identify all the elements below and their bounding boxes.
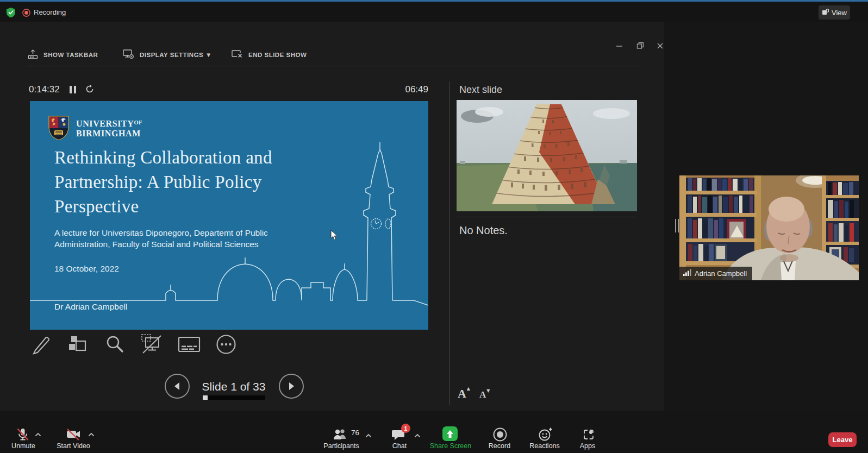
apps-icon[interactable] [582,427,596,443]
reactions-icon[interactable] [538,427,553,444]
university-crest-icon [48,115,70,141]
apps-label[interactable]: Apps [570,442,605,450]
toolbar-separator [27,66,638,66]
participant-name: Adrian Campbell [695,269,747,278]
current-slide[interactable]: UNIVERSITYOF BIRMINGHAM Rethinking Colla… [30,101,428,330]
show-taskbar-button[interactable]: SHOW TASKBAR [27,48,98,62]
muted-microphone-icon[interactable] [15,427,30,444]
reactions-label[interactable]: Reactions [521,442,569,450]
university-wordmark: UNIVERSITYOF BIRMINGHAM [76,118,142,139]
view-button[interactable]: View [819,5,850,20]
unmute-label[interactable]: Unmute [7,442,40,450]
webcam-frame [679,175,859,280]
panel-divider [449,81,449,405]
start-video-icon[interactable] [65,427,82,443]
caret-down-icon: ▼ [486,388,490,393]
taskbar-icon [27,48,39,61]
progress-knob [203,395,208,400]
share-screen-label[interactable]: Share Screen [426,442,476,450]
mouse-cursor [330,230,338,243]
leave-button[interactable]: Leave [828,432,857,447]
restore-button[interactable] [632,38,649,53]
previous-slide-button[interactable] [165,374,190,399]
minimize-button[interactable] [610,38,628,53]
view-icon [822,9,829,17]
video-resize-handle[interactable] [675,219,679,232]
record-icon[interactable] [492,427,508,444]
slide-subtitle: A lecture for Universitas Diponegoro, De… [54,228,268,250]
slide-date: 18 October, 2022 [54,264,119,274]
next-slide-thumbnail[interactable] [457,100,637,211]
next-slide-button[interactable] [279,374,304,399]
meeting-top-bar: Recording View [0,2,868,22]
caret-up-icon: ▲ [467,386,470,391]
black-screen-button[interactable] [141,333,164,356]
connection-signal-icon [683,268,691,278]
more-options-button[interactable] [215,333,238,356]
see-all-slides-button[interactable] [67,333,90,356]
current-time: 06:49 [379,84,428,95]
slide-counter: Slide 1 of 33 [193,380,274,393]
participants-icon[interactable] [333,428,348,442]
notes-separator [457,217,637,217]
captions-button[interactable] [178,333,201,356]
elapsed-timer: 0:14:32 [29,84,60,95]
restart-timer-button[interactable] [85,84,95,96]
share-screen-icon[interactable] [442,426,458,441]
participant-name-tag: Adrian Campbell [679,267,752,280]
next-slide-label: Next slide [459,84,502,96]
chat-unread-badge: 1 [401,424,410,433]
close-button[interactable] [651,38,669,53]
chat-options-chevron[interactable] [414,431,421,439]
encryption-shield-icon [5,7,16,20]
video-options-chevron[interactable] [88,430,95,438]
pen-tool-button[interactable] [30,333,53,356]
notes-text: No Notes. [459,224,508,237]
audio-options-chevron[interactable] [35,430,41,438]
start-video-label[interactable]: Start Video [54,442,92,450]
slide-progress-bar[interactable] [203,395,265,400]
participants-options-chevron[interactable] [365,431,372,439]
participant-video[interactable]: Adrian Campbell [679,175,859,280]
university-of-birmingham-logo: UNIVERSITYOF BIRMINGHAM [48,115,142,141]
recording-indicator-icon [22,9,30,19]
pause-timer-button[interactable] [70,86,78,94]
zoom-slide-button[interactable] [104,333,127,356]
participants-count: 76 [351,429,359,437]
record-label[interactable]: Record [478,442,521,450]
chat-label[interactable]: Chat [383,442,416,450]
display-settings-button[interactable]: DISPLAY SETTINGS ▼ [122,48,212,62]
increase-font-button[interactable]: A▲ [458,387,466,401]
slide-title: Rethinking Collaboration and Partnership… [54,146,272,219]
end-slide-show-icon [231,48,243,62]
slide-author: Dr Adrian Campbell [54,302,127,312]
display-settings-icon [122,48,135,62]
decrease-font-button[interactable]: A▼ [479,389,486,400]
zoom-meeting-window: Recording View SHOW TASKBAR DISPLAY SETT… [0,0,868,453]
recording-label: Recording [34,8,66,16]
tower-of-babel-image [457,100,637,211]
end-slide-show-button[interactable]: END SLIDE SHOW [231,48,307,62]
slide-tools-toolbar [30,333,238,356]
participants-label[interactable]: Participants [316,442,366,450]
